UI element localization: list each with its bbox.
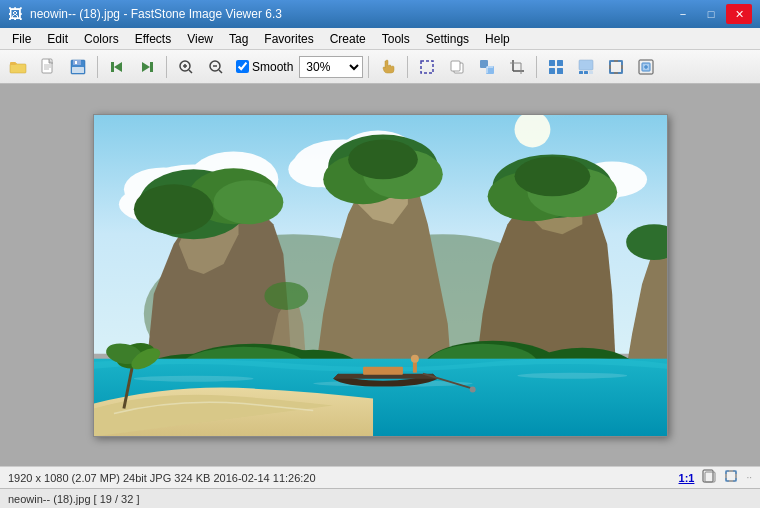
menu-edit[interactable]: Edit — [39, 30, 76, 48]
svg-rect-36 — [557, 68, 563, 74]
menu-tools[interactable]: Tools — [374, 30, 418, 48]
svg-point-87 — [410, 354, 418, 362]
svg-rect-9 — [75, 61, 77, 64]
zoom-out-button[interactable] — [202, 54, 230, 80]
svg-rect-38 — [579, 71, 583, 74]
svg-rect-10 — [72, 67, 84, 73]
hand-icon — [380, 59, 396, 75]
menu-colors[interactable]: Colors — [76, 30, 127, 48]
toolbar: Smooth 10% 25% 30% 50% 75% 100% 200% — [0, 50, 760, 84]
svg-rect-40 — [589, 71, 593, 74]
title-bar: 🖼 neowin-- (18).jpg - FastStone Image Vi… — [0, 0, 760, 28]
menu-file[interactable]: File — [4, 30, 39, 48]
svg-point-82 — [133, 375, 253, 381]
smooth-checkbox[interactable] — [236, 60, 249, 73]
smooth-control: Smooth — [236, 60, 293, 74]
hand-tool-button[interactable] — [374, 54, 402, 80]
crop-icon — [509, 59, 525, 75]
zoom-out-icon — [208, 59, 224, 75]
prev-icon — [109, 59, 125, 75]
svg-rect-13 — [150, 62, 153, 72]
menu-help[interactable]: Help — [477, 30, 518, 48]
svg-rect-39 — [584, 71, 588, 74]
separator-2 — [166, 56, 167, 78]
copy-to-button[interactable] — [443, 54, 471, 80]
image-info: 1920 x 1080 (2.07 MP) 24bit JPG 324 KB 2… — [8, 472, 679, 484]
separator-4 — [407, 56, 408, 78]
resize-button[interactable] — [473, 54, 501, 80]
svg-rect-96 — [726, 471, 736, 481]
open-folder-button[interactable] — [4, 54, 32, 80]
svg-rect-34 — [557, 60, 563, 66]
svg-marker-12 — [114, 62, 122, 72]
fit-screen-icon — [724, 469, 738, 483]
open-file-button[interactable] — [34, 54, 62, 80]
menu-view[interactable]: View — [179, 30, 221, 48]
image-display[interactable] — [93, 114, 668, 437]
close-button[interactable]: ✕ — [726, 4, 752, 24]
svg-rect-35 — [549, 68, 555, 74]
svg-point-71 — [514, 156, 590, 196]
zoom-box-icon — [638, 59, 654, 75]
svg-point-89 — [469, 386, 475, 392]
menu-tag[interactable]: Tag — [221, 30, 256, 48]
smooth-label[interactable]: Smooth — [252, 60, 293, 74]
zoom-in-button[interactable] — [172, 54, 200, 80]
app-icon: 🖼 — [8, 6, 24, 22]
svg-rect-24 — [451, 61, 460, 71]
minimize-button[interactable]: − — [670, 4, 696, 24]
resize-icon — [479, 59, 495, 75]
crop-button[interactable] — [503, 54, 531, 80]
filename-bar: neowin-- (18).jpg [ 19 / 32 ] — [0, 488, 760, 508]
file-icon — [40, 58, 56, 76]
next-icon — [139, 59, 155, 75]
fit-screen-button[interactable] — [724, 469, 738, 486]
copy-screen-icon — [702, 469, 716, 483]
svg-line-21 — [219, 70, 222, 73]
svg-rect-2 — [10, 62, 16, 65]
svg-rect-33 — [549, 60, 555, 66]
copy-screen-button[interactable] — [702, 469, 716, 486]
menu-effects[interactable]: Effects — [127, 30, 179, 48]
zoom-ratio-button[interactable]: 1:1 — [679, 472, 695, 484]
menu-favorites[interactable]: Favorites — [256, 30, 321, 48]
svg-point-63 — [213, 180, 283, 224]
svg-marker-14 — [142, 62, 150, 72]
select-rect-icon — [419, 59, 435, 75]
thumbnail-icon — [578, 59, 594, 75]
copy-icon — [449, 59, 465, 75]
filename-text: neowin-- (18).jpg [ 19 / 32 ] — [8, 493, 139, 505]
menu-settings[interactable]: Settings — [418, 30, 477, 48]
svg-rect-41 — [610, 61, 622, 73]
menu-bar: File Edit Colors Effects View Tag Favori… — [0, 28, 760, 50]
maximize-button[interactable]: □ — [698, 4, 724, 24]
svg-point-62 — [133, 184, 213, 234]
svg-rect-11 — [111, 62, 114, 72]
svg-rect-85 — [363, 366, 403, 374]
fullscreen-button[interactable] — [602, 54, 630, 80]
separator-1 — [97, 56, 98, 78]
svg-point-73 — [264, 281, 308, 309]
fullscreen-icon — [608, 59, 624, 75]
separator-3 — [368, 56, 369, 78]
select-rect-button[interactable] — [413, 54, 441, 80]
zoom-box-button[interactable] — [632, 54, 660, 80]
image-canvas — [94, 115, 667, 436]
status-controls: 1:1 ·· — [679, 469, 752, 486]
menu-create[interactable]: Create — [322, 30, 374, 48]
folder-open-icon — [9, 59, 27, 75]
grid-icon — [548, 59, 564, 75]
next-button[interactable] — [133, 54, 161, 80]
zoom-in-icon — [178, 59, 194, 75]
resize-dots: ·· — [746, 472, 752, 483]
svg-rect-1 — [10, 64, 26, 73]
thumbnail-button[interactable] — [572, 54, 600, 80]
grid-view-button[interactable] — [542, 54, 570, 80]
svg-rect-37 — [579, 60, 593, 70]
window-title: neowin-- (18).jpg - FastStone Image View… — [30, 7, 668, 21]
prev-button[interactable] — [103, 54, 131, 80]
zoom-select[interactable]: 10% 25% 30% 50% 75% 100% 200% — [299, 56, 363, 78]
svg-point-67 — [348, 139, 418, 179]
separator-5 — [536, 56, 537, 78]
save-button[interactable] — [64, 54, 92, 80]
